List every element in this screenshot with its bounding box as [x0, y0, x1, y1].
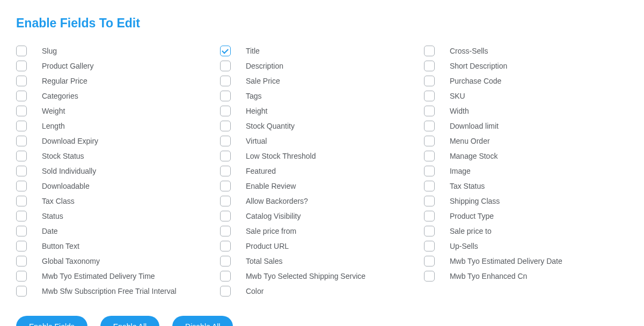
field-checkbox[interactable] [424, 61, 435, 71]
field-checkbox[interactable] [424, 271, 435, 281]
field-checkbox[interactable] [16, 286, 27, 297]
field-checkbox[interactable] [16, 151, 27, 161]
field-label: Color [246, 286, 264, 297]
field-row: Status [16, 209, 220, 224]
field-label: Tax Status [450, 181, 485, 191]
enable-fields-button[interactable]: Enable Fields [16, 316, 87, 326]
field-label: Tax Class [42, 196, 75, 206]
field-checkbox[interactable] [16, 166, 27, 176]
field-checkbox[interactable] [220, 181, 231, 191]
field-label: Categories [42, 91, 78, 101]
field-checkbox[interactable] [220, 196, 231, 206]
field-checkbox[interactable] [16, 61, 27, 71]
field-label: Menu Order [450, 136, 490, 146]
field-checkbox[interactable] [220, 46, 231, 56]
field-checkbox[interactable] [16, 91, 27, 101]
field-row: Up-Sells [424, 239, 628, 254]
field-checkbox[interactable] [16, 106, 27, 116]
field-checkbox[interactable] [424, 151, 435, 161]
field-row: Download limit [424, 118, 628, 134]
field-checkbox[interactable] [16, 196, 27, 206]
field-checkbox[interactable] [220, 166, 231, 176]
field-label: SKU [450, 91, 465, 101]
field-label: Title [246, 46, 260, 56]
field-row: Mwb Tyo Estimated Delivery Time [16, 269, 220, 284]
field-row: Regular Price [16, 73, 220, 88]
field-row: Cross-Sells [424, 43, 628, 58]
field-row: Slug [16, 43, 220, 58]
field-checkbox[interactable] [16, 136, 27, 146]
field-checkbox[interactable] [220, 286, 231, 297]
field-row: Manage Stock [424, 149, 628, 164]
field-checkbox[interactable] [220, 151, 231, 161]
field-checkbox[interactable] [424, 226, 435, 236]
field-row: Purchase Code [424, 73, 628, 88]
field-checkbox[interactable] [16, 121, 27, 131]
field-label: Slug [42, 46, 57, 56]
field-checkbox[interactable] [220, 91, 231, 101]
field-checkbox[interactable] [220, 76, 231, 86]
field-label: Date [42, 226, 58, 236]
field-row: Global Taxonomy [16, 254, 220, 269]
field-label: Download limit [450, 121, 499, 131]
field-checkbox[interactable] [16, 211, 27, 221]
field-row: Download Expiry [16, 134, 220, 149]
disable-all-button[interactable]: Disable All [172, 316, 233, 326]
field-row: Height [220, 103, 424, 118]
field-label: Mwb Tyo Estimated Delivery Time [42, 271, 155, 281]
field-checkbox[interactable] [220, 241, 231, 251]
field-checkbox[interactable] [220, 226, 231, 236]
field-checkbox[interactable] [220, 211, 231, 221]
field-row: Low Stock Threshold [220, 149, 424, 164]
field-label: Height [246, 106, 267, 116]
field-checkbox[interactable] [424, 76, 435, 86]
field-row: Image [424, 164, 628, 179]
field-label: Purchase Code [450, 76, 502, 86]
field-checkbox[interactable] [16, 271, 27, 281]
field-row: Mwb Tyo Enhanced Cn [424, 269, 628, 284]
enable-all-button[interactable]: Enable All [100, 316, 159, 326]
field-checkbox[interactable] [220, 61, 231, 71]
field-checkbox[interactable] [424, 106, 435, 116]
field-checkbox[interactable] [424, 46, 435, 56]
field-row: Allow Backorders? [220, 194, 424, 209]
field-checkbox[interactable] [220, 106, 231, 116]
field-checkbox[interactable] [424, 241, 435, 251]
field-label: Description [246, 61, 283, 71]
field-label: Weight [42, 106, 65, 116]
field-label: Enable Review [246, 181, 296, 191]
field-checkbox[interactable] [424, 166, 435, 176]
field-label: Up-Sells [450, 241, 478, 251]
field-checkbox[interactable] [16, 46, 27, 56]
field-label: Sale Price [246, 76, 280, 86]
field-checkbox[interactable] [424, 91, 435, 101]
field-checkbox[interactable] [424, 211, 435, 221]
field-row: Enable Review [220, 179, 424, 194]
fields-grid: SlugTitleCross-SellsProduct GalleryDescr… [16, 43, 628, 299]
field-label: Image [450, 166, 471, 176]
field-row: Product Type [424, 209, 628, 224]
field-checkbox[interactable] [424, 181, 435, 191]
field-label: Total Sales [246, 256, 282, 266]
field-checkbox[interactable] [16, 76, 27, 86]
field-row: Menu Order [424, 134, 628, 149]
field-checkbox[interactable] [16, 241, 27, 251]
field-checkbox[interactable] [16, 256, 27, 266]
field-checkbox[interactable] [424, 136, 435, 146]
field-label: Mwb Sfw Subscription Free Trial Interval [42, 286, 177, 297]
field-checkbox[interactable] [220, 271, 231, 281]
field-label: Button Text [42, 241, 79, 251]
field-row: Title [220, 43, 424, 58]
field-checkbox[interactable] [424, 256, 435, 266]
field-row: SKU [424, 88, 628, 103]
field-checkbox[interactable] [220, 121, 231, 131]
field-checkbox[interactable] [16, 226, 27, 236]
field-checkbox[interactable] [16, 181, 27, 191]
field-checkbox[interactable] [220, 136, 231, 146]
field-checkbox[interactable] [220, 256, 231, 266]
field-checkbox[interactable] [424, 196, 435, 206]
field-label: Status [42, 211, 63, 221]
field-row: Total Sales [220, 254, 424, 269]
field-checkbox[interactable] [424, 121, 435, 131]
field-row: Sale price to [424, 224, 628, 239]
